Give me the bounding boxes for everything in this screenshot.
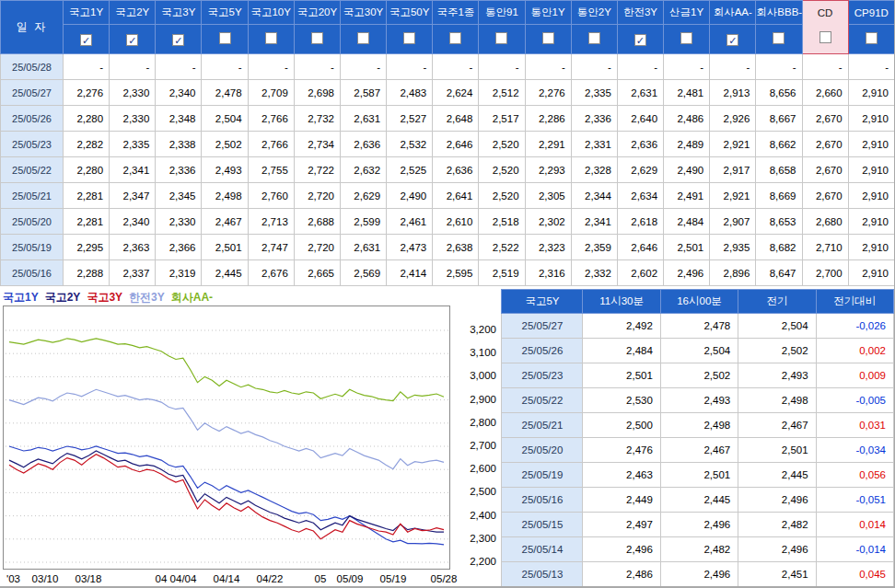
rate-cell: 2,629 bbox=[340, 183, 386, 209]
rate-cell: 2,484 bbox=[664, 209, 710, 235]
checkbox-국고30Y[interactable] bbox=[357, 32, 369, 44]
column-header-국고2Y[interactable]: 국고2Y bbox=[110, 1, 156, 25]
column-header-CD[interactable]: CD bbox=[802, 1, 848, 25]
selected-series-header[interactable]: 국고5Y bbox=[502, 290, 583, 314]
row-date[interactable]: 25/05/23 bbox=[1, 132, 64, 157]
detail-row-date[interactable]: 25/05/23 bbox=[502, 363, 583, 388]
row-date[interactable]: 25/05/26 bbox=[1, 106, 64, 132]
column-header-통안91[interactable]: 통안91 bbox=[479, 1, 525, 25]
rate-cell: - bbox=[433, 54, 479, 80]
rate-cell: 2,913 bbox=[710, 80, 756, 106]
checkbox-CP91D[interactable] bbox=[866, 32, 878, 44]
detail-row-date[interactable]: 25/05/19 bbox=[502, 463, 583, 488]
rate-cell: 2,291 bbox=[525, 132, 571, 157]
checkbox-CD[interactable] bbox=[819, 31, 831, 43]
detail-row-date[interactable]: 25/05/15 bbox=[502, 513, 583, 537]
rate-cell: 8,682 bbox=[756, 235, 802, 260]
checkbox-국고20Y[interactable] bbox=[311, 32, 323, 44]
x-axis-label: 04/04 bbox=[170, 573, 197, 584]
column-header-국고50Y[interactable]: 국고50Y bbox=[387, 1, 433, 25]
checkbox-국고10Y[interactable] bbox=[265, 32, 277, 44]
change-cell: 0,045 bbox=[816, 562, 893, 587]
column-header-국고1Y[interactable]: 국고1Y bbox=[64, 1, 110, 25]
rate-cell: 2,467 bbox=[202, 209, 248, 235]
column-header-국고10Y[interactable]: 국고10Y bbox=[248, 1, 294, 25]
column-header-국고3Y[interactable]: 국고3Y bbox=[156, 1, 202, 25]
detail-row-date[interactable]: 25/05/22 bbox=[502, 388, 583, 413]
column-header-CP91D[interactable]: CP91D bbox=[848, 1, 894, 25]
rate-cell: 2,926 bbox=[710, 106, 756, 132]
rate-cell: 2,670 bbox=[802, 106, 848, 132]
detail-row-date[interactable]: 25/05/27 bbox=[502, 314, 583, 339]
column-header-국고5Y[interactable]: 국고5Y bbox=[202, 1, 248, 25]
row-date[interactable]: 25/05/28 bbox=[1, 54, 64, 80]
rate-cell: 2,363 bbox=[110, 235, 156, 260]
row-date[interactable]: 25/05/16 bbox=[1, 260, 64, 286]
column-header-국고30Y[interactable]: 국고30Y bbox=[340, 1, 386, 25]
checkbox-회사AA-[interactable]: ✓ bbox=[726, 34, 738, 46]
column-header-회사BBB-[interactable]: 회사BBB- bbox=[756, 1, 802, 25]
checkbox-국주1종[interactable] bbox=[449, 32, 461, 44]
rate-cell: 2,504 bbox=[202, 106, 248, 132]
rate-cell: - bbox=[664, 54, 710, 80]
row-date[interactable]: 25/05/19 bbox=[1, 235, 64, 260]
rate-cell: 2,359 bbox=[571, 235, 617, 260]
rate-cell: 2,710 bbox=[802, 235, 848, 260]
checkbox-통안1Y[interactable] bbox=[542, 32, 554, 44]
checkbox-국고2Y[interactable]: ✓ bbox=[126, 34, 138, 46]
change-cell: 0,014 bbox=[816, 513, 893, 537]
row-date[interactable]: 25/05/22 bbox=[1, 157, 64, 183]
detail-row-date[interactable]: 25/05/21 bbox=[502, 413, 583, 438]
detail-row-date[interactable]: 25/05/16 bbox=[502, 488, 583, 513]
checkbox-회사BBB-[interactable] bbox=[773, 32, 785, 44]
rate-cell: 2,316 bbox=[525, 260, 571, 286]
rate-cell: 2,501 bbox=[664, 235, 710, 260]
column-header-산금1Y[interactable]: 산금1Y bbox=[664, 1, 710, 25]
detail-value-cell: 2,484 bbox=[583, 339, 660, 363]
rate-cell: 2,276 bbox=[64, 80, 110, 106]
column-checkbox-cell bbox=[525, 25, 571, 54]
detail-row-date[interactable]: 25/05/20 bbox=[502, 438, 583, 463]
rate-cell: 2,921 bbox=[710, 132, 756, 157]
column-header-통안1Y[interactable]: 통안1Y bbox=[525, 1, 571, 25]
column-header-통안2Y[interactable]: 통안2Y bbox=[571, 1, 617, 25]
detail-value-cell: 2,500 bbox=[583, 413, 660, 438]
checkbox-국고5Y[interactable] bbox=[219, 32, 231, 44]
checkbox-통안91[interactable] bbox=[495, 32, 507, 44]
line-국고1Y bbox=[9, 446, 444, 545]
rate-cell: 2,599 bbox=[340, 209, 386, 235]
row-date[interactable]: 25/05/20 bbox=[1, 209, 64, 235]
checkbox-국고3Y[interactable]: ✓ bbox=[172, 34, 184, 46]
rate-cell: 2,525 bbox=[387, 157, 433, 183]
checkbox-한전3Y[interactable]: ✓ bbox=[634, 34, 646, 46]
row-date[interactable]: 25/05/21 bbox=[1, 183, 64, 209]
checkbox-통안2Y[interactable] bbox=[588, 32, 600, 44]
x-axis-label: 04 bbox=[156, 573, 168, 584]
rate-cell: 2,520 bbox=[479, 157, 525, 183]
rate-cell: 2,335 bbox=[571, 80, 617, 106]
column-checkbox-cell bbox=[433, 25, 479, 54]
change-cell: -0,026 bbox=[816, 314, 893, 339]
column-header-회사AA-[interactable]: 회사AA- bbox=[710, 1, 756, 25]
detail-row-date[interactable]: 25/05/14 bbox=[502, 537, 583, 562]
column-checkbox-cell bbox=[387, 25, 433, 54]
checkbox-국고1Y[interactable]: ✓ bbox=[80, 34, 92, 46]
rate-cell: 2,680 bbox=[802, 209, 848, 235]
row-date[interactable]: 25/05/27 bbox=[1, 80, 64, 106]
detail-value-cell: 2,498 bbox=[660, 413, 738, 438]
chart-x-axis-labels: '0303/1003/180404/0404/1404/220505/0905/… bbox=[3, 572, 497, 587]
detail-value-cell: 2,496 bbox=[660, 562, 738, 587]
column-checkbox-cell: ✓ bbox=[110, 25, 156, 54]
rate-cell: 2,896 bbox=[710, 260, 756, 286]
rate-cell: 2,631 bbox=[340, 106, 386, 132]
checkbox-국고50Y[interactable] bbox=[403, 32, 415, 44]
detail-row-date[interactable]: 25/05/26 bbox=[502, 339, 583, 363]
rate-cell: 2,921 bbox=[710, 183, 756, 209]
rate-cell: 2,646 bbox=[617, 235, 663, 260]
rate-cell: 2,722 bbox=[294, 157, 340, 183]
column-header-한전3Y[interactable]: 한전3Y bbox=[617, 1, 663, 25]
column-header-국고20Y[interactable]: 국고20Y bbox=[294, 1, 340, 25]
column-header-국주1종[interactable]: 국주1종 bbox=[433, 1, 479, 25]
checkbox-산금1Y[interactable] bbox=[680, 32, 692, 44]
detail-row-date[interactable]: 25/05/13 bbox=[502, 562, 583, 587]
